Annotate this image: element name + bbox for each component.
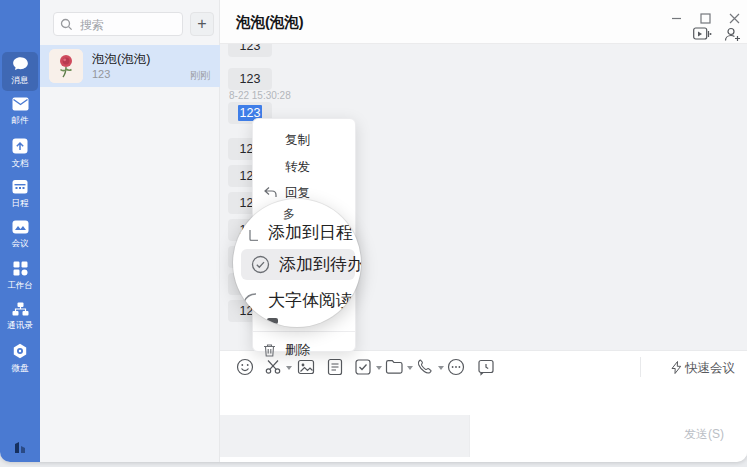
sidebar-item-drive[interactable]: 微盘 (2, 339, 38, 378)
menu-item-label: 删除 (285, 337, 310, 363)
chevron-down-icon[interactable] (407, 366, 413, 370)
user-avatar[interactable] (6, 7, 34, 35)
sidebar-item-calendar[interactable]: 日程 (2, 175, 38, 214)
quick-meeting-button[interactable]: 快速会议 (671, 360, 735, 377)
meeting-icon (12, 220, 29, 234)
lens-item-add-to-todo[interactable]: 添加到待办 (241, 249, 355, 280)
close-button[interactable] (723, 10, 745, 26)
sidebar-item-label: 消息 (3, 76, 37, 85)
sidebar-item-messages[interactable]: 消息 (2, 52, 38, 91)
sidebar-item-label: 文档 (3, 159, 37, 168)
lens-item-large-font-read[interactable]: 大字体阅读 (268, 289, 353, 312)
message-composer[interactable]: 快速会议 发送(S) (220, 350, 747, 456)
reply-icon (263, 186, 277, 199)
sidebar-item-docs[interactable]: 文档 (2, 134, 38, 173)
sidebar-item-meeting[interactable]: 会议 (2, 216, 38, 255)
lens-item-add-to-calendar[interactable]: 添加到日程 (268, 221, 353, 244)
chevron-down-icon[interactable] (286, 366, 292, 370)
message-text: 123 (240, 44, 261, 53)
search-icon (60, 18, 73, 31)
maximize-icon (700, 13, 711, 24)
conversation-list-panel: + 泡泡(泡泡) 123 刚刚 (40, 0, 220, 462)
workbench-icon (13, 261, 28, 276)
conversation-avatar (49, 49, 83, 83)
wecom-window: 消息 邮件 文档 日程 会议 工作台 通讯录 微盘 (0, 0, 747, 462)
chat-title: 泡泡(泡泡) (236, 13, 304, 32)
org-stats-icon[interactable] (11, 437, 29, 455)
sidebar-item-label: 会议 (3, 239, 37, 248)
menu-item-label: 复制 (285, 127, 310, 153)
sidebar-item-label: 日程 (3, 199, 37, 208)
close-icon (729, 13, 740, 24)
composer-covered-area (220, 415, 470, 457)
minimize-button[interactable] (665, 10, 687, 26)
chevron-down-icon[interactable] (438, 366, 444, 370)
lens-item-label: 添加到待办 (279, 249, 361, 280)
search-box[interactable] (53, 12, 183, 36)
sidebar-item-label: 通讯录 (3, 321, 37, 330)
docs-icon (12, 138, 28, 154)
folder-icon[interactable] (385, 358, 403, 376)
chevron-down-icon[interactable] (376, 366, 382, 370)
conversation-time: 刚刚 (190, 69, 210, 83)
menu-item-delete[interactable]: 删除 (253, 337, 355, 363)
rose-image (49, 49, 83, 83)
calendar-partial-icon (249, 229, 259, 241)
quick-meeting-label: 快速会议 (685, 361, 735, 375)
send-button[interactable]: 发送(S) (684, 426, 724, 443)
lens-partial-multi-select: 多选 (283, 206, 300, 220)
new-chat-button[interactable]: + (190, 12, 214, 36)
app-sidebar: 消息 邮件 文档 日程 会议 工作台 通讯录 微盘 (0, 0, 40, 462)
emoji-icon[interactable] (236, 358, 254, 376)
time-divider: 8-22 15:30:28 (229, 90, 291, 101)
menu-item-copy[interactable]: 复制 (253, 127, 355, 153)
minimize-icon (671, 13, 682, 24)
menu-item-forward[interactable]: 转发 (253, 154, 355, 180)
trash-icon (263, 343, 276, 357)
conversation-name: 泡泡(泡泡) (92, 51, 150, 68)
sidebar-item-contacts[interactable]: 通讯录 (2, 298, 38, 337)
menu-item-label: 转发 (285, 154, 310, 180)
desktop: 消息 邮件 文档 日程 会议 工作台 通讯录 微盘 (0, 0, 747, 467)
drive-icon (12, 343, 28, 359)
sidebar-item-label: 微盘 (3, 364, 37, 373)
sidebar-item-mail[interactable]: 邮件 (2, 93, 38, 132)
sidebar-item-label: 工作台 (3, 281, 37, 290)
check-circle-icon (251, 255, 270, 274)
add-member-icon (724, 27, 741, 42)
maximize-button[interactable] (694, 10, 716, 26)
phone-icon[interactable] (416, 358, 434, 376)
chat-icon (12, 56, 29, 71)
lightning-icon (671, 361, 682, 374)
toolbar-divider (640, 357, 641, 377)
contacts-icon (12, 302, 29, 316)
task-icon[interactable] (354, 358, 372, 376)
video-call-button[interactable] (693, 27, 712, 45)
calendar-icon (12, 179, 28, 194)
more-icon[interactable] (447, 358, 465, 376)
mail-icon (12, 97, 29, 111)
sidebar-item-workbench[interactable]: 工作台 (2, 257, 38, 296)
conversation-item[interactable]: 泡泡(泡泡) 123 刚刚 (40, 45, 220, 87)
chat-header: 泡泡(泡泡) (220, 0, 747, 44)
video-call-icon (693, 27, 712, 41)
add-member-button[interactable] (724, 27, 741, 46)
magnifier-lens: 多选 添加到日程 添加到待办 大字体阅读 (233, 199, 361, 327)
sidebar-item-label: 邮件 (3, 116, 37, 125)
search-input[interactable] (78, 14, 182, 36)
message-text: 123 (240, 72, 261, 86)
menu-divider (253, 331, 355, 332)
conversation-preview: 123 (92, 68, 110, 80)
history-icon[interactable] (477, 358, 495, 376)
message-bubble[interactable]: 123 (228, 44, 272, 57)
message-bubble[interactable]: 123 (228, 68, 272, 90)
